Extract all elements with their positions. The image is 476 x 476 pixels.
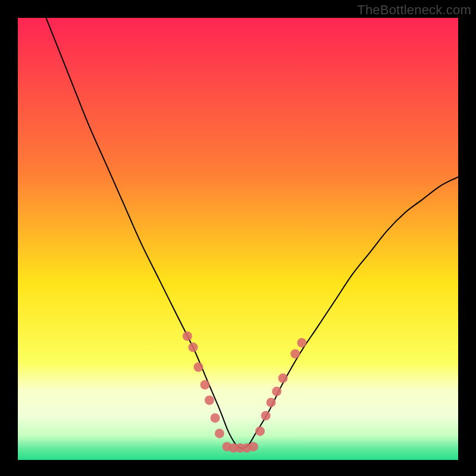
watermark-text: TheBottleneck.com (357, 2, 471, 18)
marker-markers-right (278, 374, 287, 383)
chart-container: TheBottleneck.com (0, 0, 476, 476)
chart-background (18, 18, 458, 460)
marker-markers-right (272, 387, 281, 396)
marker-markers-right (255, 427, 265, 436)
marker-markers-left (183, 331, 192, 341)
marker-markers-left (189, 343, 198, 352)
marker-markers-left (193, 362, 203, 372)
marker-markers-right (297, 338, 306, 347)
chart-svg (0, 0, 476, 476)
marker-markers-right (267, 397, 276, 407)
marker-markers-left (211, 413, 220, 422)
marker-markers-left (201, 380, 210, 390)
marker-markers-left (205, 396, 214, 405)
marker-markers-bottom (249, 442, 258, 452)
marker-markers-right (261, 411, 271, 421)
marker-markers-left (215, 428, 224, 438)
marker-markers-right (290, 349, 300, 359)
